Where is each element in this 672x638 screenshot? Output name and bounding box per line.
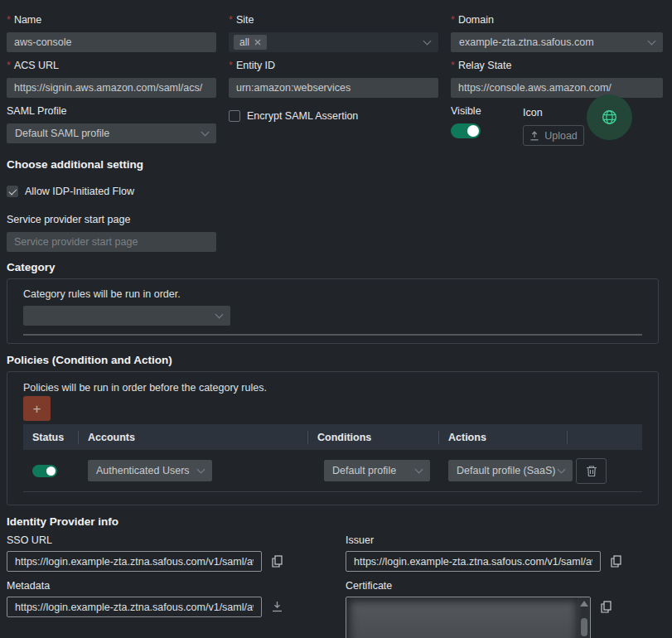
category-heading: Category bbox=[7, 261, 664, 273]
field-domain: *Domain example-zta.ztna.safous.com bbox=[451, 7, 663, 52]
field-visible-and-icon: Visible Icon Upload bbox=[451, 98, 663, 146]
policies-note: Policies will be run in order before the… bbox=[23, 382, 642, 394]
app-icon-preview bbox=[587, 94, 632, 140]
name-label: *Name bbox=[7, 14, 216, 26]
policy-status-toggle[interactable] bbox=[32, 465, 57, 477]
acs-url-input[interactable] bbox=[7, 78, 216, 98]
checkbox-unchecked-icon[interactable] bbox=[229, 110, 240, 122]
required-asterisk: * bbox=[7, 14, 11, 26]
col-header-empty bbox=[567, 431, 642, 444]
issuer-input[interactable] bbox=[346, 551, 601, 572]
policy-row: Authenticated Users Default profile Defa… bbox=[23, 450, 642, 492]
remove-tag-icon[interactable] bbox=[254, 39, 261, 46]
issuer-row bbox=[346, 551, 664, 572]
field-name: *Name bbox=[7, 7, 216, 52]
saml-app-settings-form: *Name *Site all *Domain example-zta.ztna… bbox=[0, 0, 672, 638]
certificate-scrollbar[interactable] bbox=[578, 597, 590, 638]
col-header-actions: Actions bbox=[438, 431, 567, 444]
site-multiselect[interactable]: all bbox=[229, 32, 438, 52]
policy-accounts-cell: Authenticated Users bbox=[78, 460, 307, 481]
field-saml-profile: SAML Profile Default SAML profile bbox=[7, 98, 216, 146]
policy-accounts-select[interactable]: Authenticated Users bbox=[88, 460, 212, 481]
relay-state-label: *Relay State bbox=[451, 60, 663, 71]
download-metadata-button[interactable] bbox=[272, 601, 283, 612]
required-asterisk: * bbox=[229, 14, 233, 26]
policies-table-header: Status Accounts Conditions Actions bbox=[23, 424, 642, 450]
copy-sso-url-button[interactable] bbox=[272, 555, 283, 568]
issuer-label: Issuer bbox=[346, 534, 664, 546]
field-encrypt-assertion: Encrypt SAML Assertion bbox=[229, 98, 438, 146]
policy-conditions-cell: Default profile bbox=[307, 460, 438, 481]
domain-select[interactable]: example-zta.ztna.safous.com bbox=[451, 32, 663, 52]
actions-selected-value: Default profile (SaaS) bbox=[457, 465, 556, 476]
category-select[interactable] bbox=[23, 306, 230, 326]
accounts-selected-value: Authenticated Users bbox=[96, 465, 190, 476]
policy-actions-select[interactable]: Default profile (SaaS) bbox=[448, 460, 573, 481]
conditions-selected-value: Default profile bbox=[332, 465, 396, 476]
idp-info-grid: SSO URL Metadata bbox=[7, 528, 664, 638]
certificate-redacted-content bbox=[351, 602, 576, 638]
sso-url-input[interactable] bbox=[7, 551, 262, 572]
policy-status-cell bbox=[23, 465, 78, 477]
policy-conditions-select[interactable]: Default profile bbox=[324, 460, 430, 481]
visible-toggle[interactable] bbox=[451, 123, 481, 138]
upload-icon bbox=[529, 131, 539, 141]
field-site: *Site all bbox=[229, 7, 438, 52]
name-input[interactable] bbox=[7, 32, 216, 52]
site-tag-label: all bbox=[239, 36, 249, 48]
icon-label: Icon bbox=[523, 107, 584, 118]
delete-policy-button[interactable] bbox=[576, 458, 607, 484]
download-icon bbox=[272, 601, 283, 612]
certificate-row bbox=[346, 597, 664, 638]
upload-button-label: Upload bbox=[544, 130, 578, 142]
saml-profile-label: SAML Profile bbox=[7, 105, 216, 117]
saml-profile-select[interactable]: Default SAML profile bbox=[7, 123, 216, 143]
col-header-status: Status bbox=[23, 431, 78, 444]
upload-button[interactable]: Upload bbox=[523, 125, 584, 146]
field-acs-url: *ACS URL bbox=[7, 52, 216, 98]
sp-start-page-label: Service provider start page bbox=[7, 214, 664, 225]
encrypt-assertion-label: Encrypt SAML Assertion bbox=[247, 110, 358, 122]
required-asterisk: * bbox=[7, 60, 11, 71]
add-policy-button[interactable]: + bbox=[23, 396, 51, 421]
required-asterisk: * bbox=[451, 60, 455, 71]
site-label: *Site bbox=[229, 14, 438, 26]
idp-left-column: SSO URL Metadata bbox=[7, 528, 339, 638]
scrollbar-thumb[interactable] bbox=[581, 618, 587, 636]
scroll-up-icon[interactable] bbox=[580, 601, 588, 607]
metadata-input[interactable] bbox=[7, 597, 262, 617]
policy-actions-cell: Default profile (SaaS) bbox=[438, 460, 567, 481]
metadata-label: Metadata bbox=[7, 580, 339, 592]
relay-state-input[interactable] bbox=[451, 78, 663, 98]
copy-issuer-button[interactable] bbox=[611, 555, 621, 568]
checkbox-checked-icon[interactable] bbox=[7, 186, 18, 197]
copy-icon bbox=[611, 555, 621, 568]
category-note: Category rules will be run in order. bbox=[23, 288, 642, 300]
required-asterisk: * bbox=[451, 14, 455, 26]
visible-label: Visible bbox=[451, 105, 492, 117]
entity-id-input[interactable] bbox=[229, 78, 438, 98]
policy-delete-cell bbox=[567, 458, 642, 484]
idp-info-heading: Identity Provider info bbox=[7, 515, 664, 528]
entity-id-label: *Entity ID bbox=[229, 60, 438, 71]
policies-heading: Policies (Condition and Action) bbox=[7, 354, 664, 366]
copy-icon bbox=[272, 555, 283, 568]
site-tag: all bbox=[234, 35, 267, 50]
copy-certificate-button[interactable] bbox=[601, 601, 612, 613]
sp-start-page-input[interactable] bbox=[7, 232, 216, 252]
acs-url-label: *ACS URL bbox=[7, 60, 216, 71]
sso-url-row bbox=[7, 551, 339, 572]
allow-idp-flow-checkbox[interactable]: Allow IDP-Initiated Flow bbox=[7, 186, 664, 197]
encrypt-assertion-checkbox[interactable]: Encrypt SAML Assertion bbox=[229, 110, 438, 122]
category-divider bbox=[23, 334, 642, 336]
chevron-down-icon bbox=[201, 128, 210, 137]
field-entity-id: *Entity ID bbox=[229, 52, 438, 98]
field-relay-state: *Relay State bbox=[451, 52, 663, 98]
chevron-down-icon bbox=[558, 466, 566, 474]
category-box: Category rules will be run in order. bbox=[7, 278, 659, 344]
policies-box: Policies will be run in order before the… bbox=[7, 371, 659, 505]
sso-url-label: SSO URL bbox=[7, 534, 339, 546]
col-header-conditions: Conditions bbox=[307, 431, 438, 444]
policies-table: Status Accounts Conditions Actions Authe… bbox=[23, 424, 642, 492]
certificate-textarea[interactable] bbox=[346, 597, 591, 638]
